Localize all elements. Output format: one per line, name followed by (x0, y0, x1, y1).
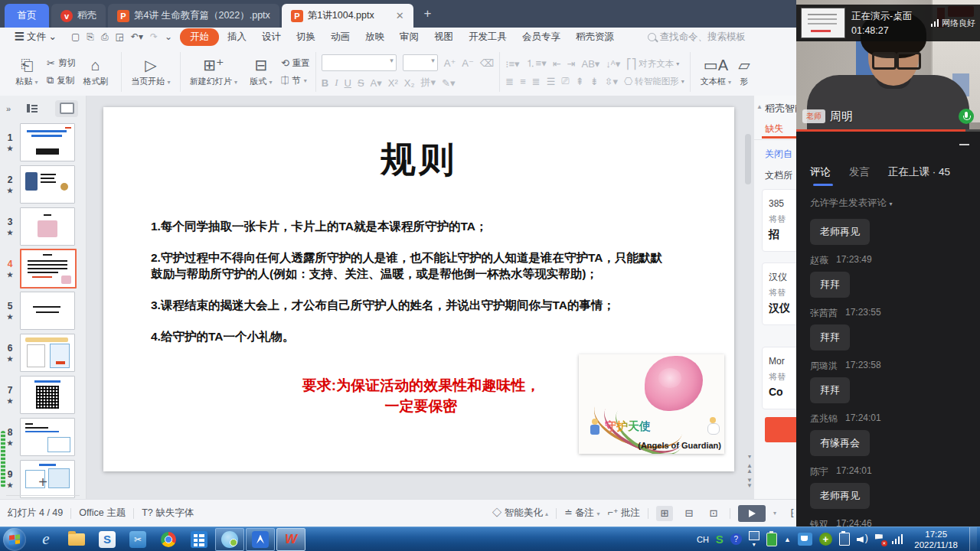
show-desktop-button[interactable] (969, 527, 977, 551)
minimize-icon[interactable] (959, 144, 969, 145)
replace-fonts-button-clipped[interactable] (765, 417, 796, 442)
missing-font-status[interactable]: Т? 缺失字体 (142, 507, 194, 520)
strikethrough-button[interactable]: S (358, 77, 364, 89)
tray-expand-icon[interactable]: ▲ (784, 536, 791, 543)
taskbar-wps-icon[interactable]: W (276, 528, 305, 551)
tab-document-2-active[interactable]: P 第1讲1004.pptx ✕ (282, 4, 413, 28)
taskbar-ie-icon[interactable]: e (31, 528, 60, 551)
normal-view-button[interactable]: ⊞ (656, 506, 673, 521)
reading-view-button[interactable]: ⊡ (705, 506, 722, 521)
format-painter-button[interactable]: ⌂ 格式刷 (76, 57, 116, 87)
preview-icon[interactable]: ◲ (116, 31, 124, 42)
new-tab-button[interactable]: + (424, 6, 432, 21)
highlight-button[interactable]: ✎▾ (442, 77, 455, 89)
taskbar-docs-app-icon[interactable] (246, 528, 275, 551)
save-icon[interactable]: ⎘ (87, 31, 94, 42)
chat-message-list[interactable]: 老师再见 赵薇17:23:49 拜拜 张茜茜17:23:55 拜拜 周璐淇17:… (796, 210, 980, 551)
menu-tab-slideshow[interactable]: 放映 (358, 29, 391, 45)
comment-permission-dropdown[interactable]: 允许学生发表评论 ▾ (796, 186, 980, 210)
taskbar-sogou-browser-icon[interactable]: S (93, 528, 122, 551)
text-direction-button[interactable]: AB▾ (581, 58, 599, 70)
shape-button-clipped[interactable]: ▱ 形 (736, 57, 753, 87)
smart-beautify-button[interactable]: ◇ 智能美化 ▴ (492, 507, 548, 520)
menu-tab-design[interactable]: 设计 (255, 29, 288, 45)
slide-thumb-8[interactable]: 8★ (0, 416, 86, 458)
layout-button[interactable]: ⊟ 版式 ▾ (241, 57, 281, 87)
play-from-current-button[interactable]: ▷ 当页开始 ▾ (127, 57, 175, 87)
network-tray-icon[interactable] (892, 534, 903, 544)
justify-button[interactable]: ☰ (547, 76, 556, 87)
battery-tray-icon[interactable] (766, 533, 777, 546)
distribute-button[interactable]: ⎚ (561, 75, 569, 87)
add-slide-button[interactable]: + (0, 474, 86, 491)
print-icon[interactable]: ⎙ (101, 31, 109, 42)
italic-button[interactable]: I (335, 77, 338, 89)
tab-docer-store[interactable]: v 稻壳 (51, 4, 106, 28)
tab-document-1[interactable]: P 第4讲 生命教育篇（2022）.pptx (108, 4, 279, 28)
menu-tab-devtools[interactable]: 开发工具 (462, 29, 514, 45)
outline-view-button[interactable] (21, 100, 44, 117)
taskbar-clock[interactable]: 17:25 2022/11/18 (910, 529, 962, 550)
previous-slide-button[interactable]: ▲▲ (746, 463, 753, 474)
input-language-indicator[interactable]: CH (697, 535, 709, 544)
notes-button[interactable]: ≐ 备注 ▾ (564, 507, 599, 520)
next-slide-button[interactable]: ▼▼ (746, 478, 753, 488)
bold-button[interactable]: B (322, 77, 328, 89)
close-auto-link[interactable]: 关闭自 (765, 148, 792, 161)
collapse-icon[interactable]: ▲ (756, 103, 763, 110)
menu-tab-docer-res[interactable]: 稻壳资源 (569, 29, 621, 45)
shared-screen-thumbnail[interactable] (801, 8, 845, 38)
missing-font-tab[interactable]: 缺失 (765, 122, 783, 135)
start-button[interactable] (3, 528, 26, 551)
menu-tab-start[interactable]: 开始 (180, 28, 219, 46)
menu-tab-member[interactable]: 会员专享 (515, 29, 567, 45)
align-right-button[interactable]: ≣ (532, 76, 541, 87)
font-card[interactable]: 汉仪将替汉仪 (762, 262, 796, 325)
superscript-button[interactable]: X² (388, 77, 398, 89)
sogou-input-icon[interactable]: S (716, 533, 724, 546)
sorter-view-button[interactable]: ⊟ (681, 506, 697, 521)
underline-button[interactable]: U (345, 77, 351, 89)
font-size-select[interactable] (403, 54, 438, 71)
tab-comments[interactable]: 评论 (810, 165, 831, 186)
slide-thumb-4-selected[interactable]: 4★ (0, 247, 86, 289)
play-options-icon[interactable]: ▾ (773, 510, 776, 517)
section-button[interactable]: ⎅节 ▾ (281, 74, 310, 86)
undo-icon[interactable]: ↶▾ (131, 31, 143, 42)
taskbar-chrome-icon[interactable] (154, 528, 183, 551)
line-spacing-add-button[interactable]: ⇞ (576, 76, 584, 87)
slide-thumb-3[interactable]: 3★ (0, 205, 86, 247)
increase-font-icon[interactable]: A⁺ (444, 57, 456, 69)
decrease-indent-button[interactable]: ⇤ (553, 58, 561, 70)
command-search[interactable]: 查找命令、搜索模板 (648, 31, 746, 44)
paste-button[interactable]: ⎗ 粘贴 ▾ (7, 57, 47, 87)
taskbar-classroom-icon[interactable] (185, 528, 214, 551)
new-slide-button[interactable]: ⊞⁺ 新建幻灯片 ▾ (186, 57, 241, 87)
line-spacing-button[interactable]: ⇳▾ (605, 76, 618, 87)
new-doc-icon[interactable]: ▢ (71, 31, 80, 42)
tab-speak[interactable]: 发言 (849, 165, 870, 186)
theme-name[interactable]: Office 主题 (79, 507, 126, 520)
menu-tab-insert[interactable]: 插入 (220, 29, 253, 45)
redo-icon[interactable]: ↷ (150, 31, 158, 42)
comments-button[interactable]: ⌐⁺ 批注 (608, 507, 640, 520)
collapse-ribbon-icon[interactable]: ⌄ (165, 31, 172, 42)
tab-home[interactable]: 首页 (5, 4, 49, 28)
copy-button[interactable]: ⧉复制 (47, 74, 76, 86)
taskbar-explorer-icon[interactable] (62, 528, 91, 551)
menu-tab-review[interactable]: 审阅 (393, 29, 426, 45)
increase-indent-button[interactable]: ⇥ (567, 58, 576, 70)
menu-tab-view[interactable]: 视图 (427, 29, 460, 45)
taskbar-video-clip-icon[interactable]: ✂ (123, 528, 152, 551)
align-text-button[interactable]: ⎡⎤对齐文本▾ (626, 58, 679, 70)
classroom-tray-icon[interactable] (798, 533, 812, 546)
microphone-icon[interactable] (959, 109, 974, 124)
slide-thumb-2[interactable]: 2★ (0, 163, 86, 205)
volume-tray-icon[interactable] (857, 534, 868, 544)
slide-thumb-7[interactable]: 7★ (0, 373, 86, 416)
menu-tab-animation[interactable]: 动画 (324, 29, 357, 45)
tab-in-class-count[interactable]: 正在上课 · 45 (888, 165, 950, 186)
bullet-list-button[interactable]: ⁝≡▾ (505, 58, 519, 70)
font-card[interactable]: 385将替招 (762, 189, 796, 252)
line-spacing-del-button[interactable]: ⇟ (590, 76, 599, 87)
